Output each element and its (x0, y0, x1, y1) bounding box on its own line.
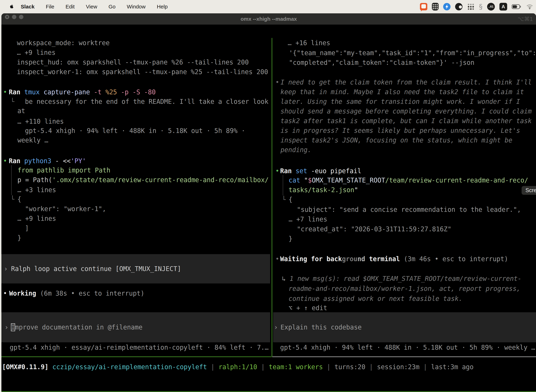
app-menu-slack[interactable]: Slack (14, 4, 40, 10)
screen-share-icon[interactable] (420, 3, 427, 10)
terminal-line: "subject": "send a concise recommendatio… (1, 205, 536, 215)
prompt-chevron-icon: › (274, 323, 278, 331)
menu-item-view[interactable]: View (80, 4, 103, 10)
terminal-line: is in progress? It seems likely but perh… (1, 126, 536, 135)
terminal-line: └ { (1, 195, 536, 205)
status-line-right: gpt-5.4 xhigh · 94% left · 488K in · 5.1… (280, 342, 535, 352)
pane-border-bottom-left (1, 356, 272, 357)
terminal-line: '{"team_name":"my-team","task_id":"1","f… (1, 48, 536, 58)
input-source-icon[interactable]: A (499, 3, 507, 10)
blue-app-icon[interactable] (443, 3, 450, 10)
menu-items: FileEditViewGoWindowHelp (40, 4, 173, 10)
terminal-line: •I need to get the claim token from the … (1, 77, 536, 87)
terminal-line: tasks/task-2.json" (1, 185, 536, 195)
input-placeholder-left: mprove documentation in @filename (15, 323, 143, 331)
chevron-right-icon: › (4, 265, 8, 273)
ralph-status-text: Ralph loop active continue [OMX_TMUX_INJ… (11, 265, 181, 273)
input-cursor: I (11, 323, 15, 331)
dark-orb-icon[interactable] (455, 3, 463, 10)
window-title: omx --xhigh --madmax (1, 13, 536, 25)
terminal-line: later. Using the same for transition mig… (1, 97, 536, 107)
terminal-line: "completed","claim_token":"claim-token"}… (1, 58, 536, 68)
terminal-line: keep that in mind. Maybe I also need the… (1, 87, 536, 97)
count-badge-icon[interactable]: ..61 (487, 3, 495, 10)
terminal-line: cat "$OMX_TEAM_STATE_ROOT/team/review-cu… (1, 175, 536, 185)
menu-item-help[interactable]: Help (151, 4, 173, 10)
terminal-line: •Ran python3 - <<'PY' (1, 156, 536, 166)
ralph-status-box: › Ralph loop active continue [OMX_TMUX_I… (1, 254, 270, 284)
screen: Slack FileEditViewGoWindowHelp § ..61 A … (0, 0, 536, 392)
terminal-line: [OMX#0.11.9] cczip/essay/ai-reimplementa… (1, 362, 536, 372)
dots-grid-icon[interactable] (467, 3, 474, 10)
menu-item-go[interactable]: Go (103, 4, 121, 10)
terminal-line: should send a message before completing … (1, 106, 536, 116)
status-line-left: gpt-5.4 xhigh · essay/ai-reimplementatio… (10, 342, 268, 352)
terminal-window: omx --xhigh --madmax ⌥⌘1 workspace_mode:… (1, 13, 536, 392)
terminal-line: } (1, 234, 536, 244)
terminal-line: … +16 lines (1, 38, 536, 48)
wifi-icon[interactable] (526, 4, 533, 9)
terminal-line: pending. (1, 145, 536, 155)
terminal-line: continue assigned work or next feasible … (1, 294, 536, 304)
command-input-right[interactable]: › Explain this codebase (273, 312, 536, 342)
menu-item-edit[interactable]: Edit (60, 4, 80, 10)
battery-icon[interactable] (512, 4, 522, 9)
terminal-line: •Ran set -euo pipefail (1, 166, 536, 176)
window-title-bar[interactable]: omx --xhigh --madmax ⌥⌘1 (1, 13, 536, 25)
menu-item-file[interactable]: File (40, 4, 60, 10)
menu-left: Slack FileEditViewGoWindowHelp (0, 4, 173, 10)
terminal-line: "created_at": "2026-03-31T11:59:27.816Z" (1, 224, 536, 234)
terminal-line: … +7 lines (1, 214, 536, 224)
terminal-content: workspace_mode: worktree… +9 linesinspec… (1, 38, 536, 392)
pane-border-bottom-right (272, 356, 536, 357)
screen-overlay-tooltip: Scre (522, 186, 536, 195)
apple-menu-icon[interactable] (9, 4, 14, 10)
terminal-line: inspect_worker-1: omx sparkshell --tmux-… (1, 67, 536, 77)
menu-status-icons: § ..61 A (420, 3, 536, 11)
input-placeholder-right: Explain this codebase (281, 323, 362, 331)
window-shortcut: ⌥⌘1 (517, 13, 533, 25)
terminal-line: inspect task2's JSON, focusing on the st… (1, 135, 536, 145)
keypad-icon[interactable] (432, 3, 439, 10)
squiggle-icon[interactable]: § (479, 3, 483, 11)
terminal-line: task2 after task1 is complete, but can I… (1, 116, 536, 126)
terminal-line: readme-and-reco/mailbox/worker-1.json, a… (1, 284, 536, 294)
terminal-line: ⌥ + ↑ edit (1, 303, 536, 313)
menu-bar: Slack FileEditViewGoWindowHelp § ..61 A (0, 0, 536, 13)
menu-item-window[interactable]: Window (121, 4, 151, 10)
prompt-chevron-icon: › (5, 323, 9, 331)
command-input-left[interactable]: › Improve documentation in @filename (1, 312, 270, 342)
